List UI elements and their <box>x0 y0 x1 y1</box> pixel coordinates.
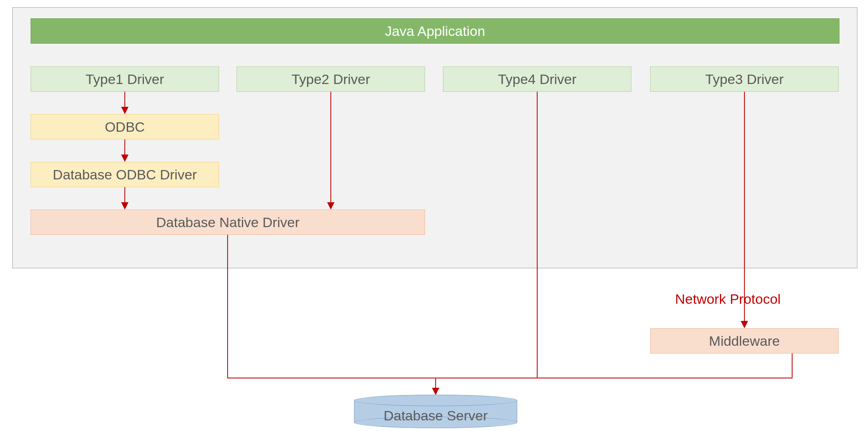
type1-driver-box: Type1 Driver <box>31 66 219 92</box>
network-protocol-label: Network Protocol <box>675 291 781 307</box>
type3-driver-box: Type3 Driver <box>650 66 839 92</box>
type2-driver-box: Type2 Driver <box>237 66 425 92</box>
odbc-box: ODBC <box>31 114 219 139</box>
type3-label: Type3 Driver <box>705 71 784 87</box>
odbc-label: ODBC <box>105 119 145 135</box>
native-driver-box: Database Native Driver <box>31 210 425 235</box>
type1-label: Type1 Driver <box>86 71 164 87</box>
type4-driver-box: Type4 Driver <box>443 66 631 92</box>
type4-label: Type4 Driver <box>498 71 577 87</box>
odbc-driver-label: Database ODBC Driver <box>53 167 197 183</box>
path-middleware-to-bus <box>436 354 792 378</box>
middleware-label: Middleware <box>709 333 780 349</box>
diagram-canvas: Java Application Type1 Driver Type2 Driv… <box>0 0 868 431</box>
native-driver-label: Database Native Driver <box>156 214 299 230</box>
odbc-driver-box: Database ODBC Driver <box>31 162 219 187</box>
java-application-label: Java Application <box>385 23 485 39</box>
middleware-box: Middleware <box>650 328 839 354</box>
database-server-label: Database Server <box>383 408 487 423</box>
java-application-header: Java Application <box>31 18 839 44</box>
database-server-cylinder: Database Server <box>354 395 517 428</box>
type2-label: Type2 Driver <box>292 71 370 87</box>
